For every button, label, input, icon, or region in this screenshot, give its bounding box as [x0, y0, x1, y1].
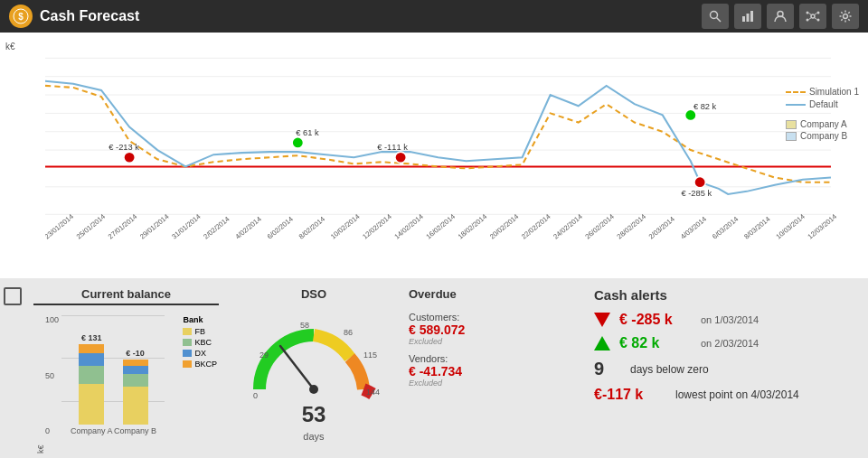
alert-row-3: 9 days below zero — [594, 359, 854, 379]
bar-fb-a — [79, 384, 104, 425]
svg-rect-6 — [750, 11, 753, 22]
svg-text:2/02/2014: 2/02/2014 — [202, 214, 231, 240]
svg-text:23/01/2014: 23/01/2014 — [45, 212, 76, 241]
y-tick-50: 50 — [45, 371, 59, 380]
balance-y-label: k€ — [33, 311, 45, 453]
alert-up-arrow-2 — [594, 336, 610, 351]
alert-down-arrow-1 — [594, 313, 610, 327]
alert-amount-2: € 82 k — [619, 335, 692, 351]
svg-text:6/02/2014: 6/02/2014 — [266, 214, 296, 240]
dso-value: 53 days — [302, 402, 326, 444]
user-button[interactable] — [767, 4, 794, 29]
svg-point-2 — [711, 12, 718, 19]
svg-text:144: 144 — [366, 388, 380, 397]
alert-row-2: € 82 k on 2/03/2014 — [594, 335, 854, 351]
overdue-section: Overdue Customers: € 589.072 Excluded Ve… — [400, 278, 580, 458]
main-chart-svg: 300 250 200 150 100 50 0 -50 -100 € 61 k… — [45, 40, 859, 251]
svg-line-15 — [809, 18, 812, 20]
svg-line-16 — [815, 18, 817, 20]
company-b-legend-box — [786, 132, 797, 141]
svg-text:16/02/2014: 16/02/2014 — [425, 212, 458, 241]
svg-text:58: 58 — [300, 321, 309, 330]
svg-text:€ -213 k: € -213 k — [108, 143, 139, 152]
svg-text:10/02/2014: 10/02/2014 — [329, 212, 362, 241]
dso-gauge: 0 29 58 86 115 144 — [246, 308, 382, 398]
network-button[interactable] — [799, 4, 826, 29]
dso-unit: days — [303, 431, 324, 442]
dso-number: 53 — [302, 402, 326, 426]
app-title: Cash Forecast — [40, 8, 139, 24]
vendors-excluded: Excluded — [409, 379, 571, 388]
svg-point-78 — [309, 385, 318, 394]
svg-text:25/01/2014: 25/01/2014 — [75, 212, 108, 241]
svg-text:24/02/2014: 24/02/2014 — [552, 212, 584, 241]
svg-text:86: 86 — [344, 328, 353, 337]
legend-bkcp: BKCP — [183, 360, 217, 369]
svg-text:22/02/2014: 22/02/2014 — [520, 212, 552, 241]
company-b-bar-group: € -10 Company B — [114, 349, 156, 435]
svg-text:4/03/2014: 4/03/2014 — [679, 214, 709, 240]
company-a-bar-label: Company A — [71, 426, 113, 435]
legend-kbc: KBC — [183, 338, 217, 347]
svg-line-13 — [809, 14, 812, 15]
y-tick-0: 0 — [45, 426, 59, 435]
legend-dx-label: DX — [194, 349, 206, 358]
legend-fb: FB — [183, 327, 217, 336]
simulation-legend-label: Simulation 1 — [809, 87, 859, 97]
alerts-title: Cash alerts — [594, 287, 854, 303]
overdue-title: Overdue — [409, 287, 571, 301]
svg-point-9 — [807, 12, 809, 14]
vendors-amount: € -41.734 — [409, 364, 571, 379]
alert-row-1: € -285 k on 1/03/2014 — [594, 312, 854, 328]
svg-line-77 — [280, 346, 314, 389]
alert-date-2: on 2/03/2014 — [701, 338, 759, 349]
svg-rect-4 — [742, 16, 745, 22]
svg-text:$: $ — [18, 12, 24, 22]
company-b-bar-label: Company B — [114, 426, 156, 435]
svg-text:26/02/2014: 26/02/2014 — [583, 212, 616, 241]
balance-section: Current balance k€ 100 50 0 € 131 — [29, 278, 228, 458]
search-button[interactable] — [702, 4, 729, 29]
header-bar: $ Cash Forecast — [0, 0, 868, 33]
alert-date-1: on 1/03/2014 — [701, 314, 759, 325]
svg-text:€ -285 k: € -285 k — [681, 189, 712, 198]
svg-text:4/02/2014: 4/02/2014 — [233, 214, 263, 240]
bar-dx-b — [123, 366, 148, 374]
svg-point-17 — [844, 14, 848, 19]
svg-point-36 — [292, 137, 303, 148]
header-toolbar — [702, 4, 859, 29]
bar-bkcp-a — [79, 344, 104, 353]
svg-text:8/03/2014: 8/03/2014 — [742, 214, 772, 240]
default-legend-line — [786, 104, 806, 106]
panel-icon — [4, 287, 22, 305]
svg-point-38 — [124, 152, 135, 163]
default-legend-label: Default — [809, 99, 838, 109]
svg-text:€ -111 k: € -111 k — [377, 143, 408, 152]
legend-dx: DX — [183, 349, 217, 358]
svg-text:29: 29 — [259, 351, 269, 360]
company-b-amount: € -10 — [126, 349, 145, 358]
vendors-label: Vendors: — [409, 353, 571, 364]
alerts-section: Cash alerts € -285 k on 1/03/2014 € 82 k… — [580, 278, 868, 458]
chart-legend: Simulation 1 Default Company A Company B — [786, 87, 859, 141]
svg-line-3 — [717, 18, 722, 23]
svg-text:2/03/2014: 2/03/2014 — [647, 214, 677, 240]
dso-title: DSO — [301, 287, 326, 301]
svg-text:29/01/2014: 29/01/2014 — [138, 212, 171, 241]
y-tick-100: 100 — [45, 315, 59, 324]
bar-dx-a — [79, 353, 104, 366]
bar-kbc-a — [79, 366, 104, 384]
legend-kbc-label: KBC — [194, 338, 212, 347]
svg-point-8 — [811, 14, 815, 18]
legend-bkcp-label: BKCP — [194, 360, 217, 369]
svg-text:27/01/2014: 27/01/2014 — [107, 212, 139, 241]
balance-y-ticks: 100 50 0 — [45, 311, 59, 453]
balance-title: Current balance — [33, 287, 219, 305]
svg-text:€ 61 k: € 61 k — [296, 128, 319, 137]
svg-text:20/02/2014: 20/02/2014 — [488, 212, 521, 241]
svg-text:18/02/2014: 18/02/2014 — [457, 212, 489, 241]
chart-button[interactable] — [734, 4, 761, 29]
company-a-bar-group: € 131 Company A — [71, 333, 113, 435]
svg-point-12 — [817, 19, 820, 22]
settings-button[interactable] — [832, 4, 859, 29]
